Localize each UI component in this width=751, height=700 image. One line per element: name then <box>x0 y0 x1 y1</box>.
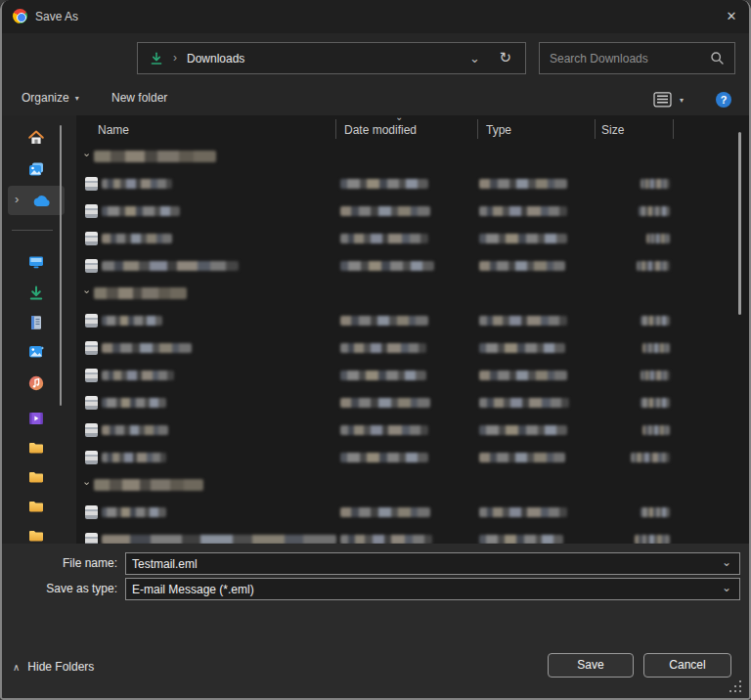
resize-grip[interactable] <box>729 680 743 694</box>
group-header-row[interactable]: ⌄ <box>76 280 751 307</box>
size-redacted <box>641 179 670 189</box>
view-mode-icon[interactable] <box>653 92 673 108</box>
file-row[interactable] <box>76 307 751 334</box>
sidebar-item-desktop[interactable] <box>8 247 65 277</box>
sidebar-item-downloads[interactable] <box>8 279 65 308</box>
cancel-button[interactable]: Cancel <box>643 653 731 678</box>
size-redacted <box>642 425 670 435</box>
column-name[interactable]: Name <box>98 123 129 137</box>
address-dropdown-icon[interactable]: ⌄ <box>469 51 480 66</box>
date-modified-redacted <box>340 179 428 189</box>
date-modified-redacted <box>340 234 428 243</box>
desktop-icon <box>27 253 45 271</box>
navigation-bar: ← → ⌄ ↑ › Downloads ⌄ ↻ Search Downloads <box>0 33 751 84</box>
type-redacted <box>479 507 567 517</box>
file-icon <box>85 505 98 519</box>
sidebar-item-music[interactable] <box>8 369 65 398</box>
column-size[interactable]: Size <box>601 123 624 137</box>
sidebar-scrollbar[interactable] <box>60 125 62 406</box>
sidebar-item-folder[interactable] <box>8 462 65 492</box>
expand-chevron-icon[interactable]: › <box>15 192 19 206</box>
file-row[interactable] <box>76 416 751 444</box>
folder-icon <box>27 468 45 486</box>
window-title: Save As <box>35 10 78 23</box>
search-box[interactable]: Search Downloads <box>539 42 735 74</box>
save-as-type-select[interactable]: E-mail Message (*.eml) ⌄ <box>125 578 740 600</box>
chrome-icon <box>13 9 27 23</box>
file-row[interactable] <box>76 499 751 526</box>
command-bar: Organize▾ New folder ▾ ? <box>0 84 751 115</box>
sidebar-item-onedrive[interactable]: › <box>8 186 65 215</box>
sidebar-item-home[interactable] <box>8 123 65 153</box>
size-redacted <box>641 507 670 517</box>
onedrive-icon <box>31 194 51 207</box>
sidebar-item-gallery[interactable] <box>8 154 65 184</box>
address-bar[interactable]: › Downloads ⌄ ↻ <box>137 42 526 74</box>
size-redacted <box>642 343 670 353</box>
breadcrumb-chevron-icon: › <box>173 51 177 65</box>
main-area: › <box>0 115 751 544</box>
file-row[interactable] <box>76 389 751 416</box>
file-row[interactable] <box>76 334 751 362</box>
column-separator[interactable] <box>335 119 336 139</box>
save-button[interactable]: Save <box>548 653 634 678</box>
group-header-row[interactable]: ⌄ <box>76 471 751 499</box>
file-name-input[interactable]: Testmail.eml ⌄ <box>125 552 740 575</box>
date-modified-redacted <box>340 261 434 271</box>
close-icon[interactable]: ✕ <box>719 7 744 26</box>
column-date-modified[interactable]: Date modified <box>344 123 417 137</box>
type-redacted <box>479 316 567 326</box>
breadcrumb-location[interactable]: Downloads <box>187 52 244 66</box>
group-collapse-icon[interactable]: ⌄ <box>82 284 91 296</box>
list-scrollbar[interactable] <box>738 132 741 315</box>
group-label-redacted <box>94 479 203 491</box>
chevron-down-icon[interactable]: ⌄ <box>722 581 731 594</box>
file-row[interactable] <box>76 252 751 280</box>
sidebar-item-folder[interactable] <box>8 433 65 462</box>
save-as-dialog: Save As ✕ ← → ⌄ ↑ › Downloads ⌄ ↻ Search… <box>0 0 751 700</box>
music-icon <box>27 374 45 392</box>
folder-icon <box>27 439 45 457</box>
file-row[interactable] <box>76 444 751 471</box>
column-separator[interactable] <box>673 119 674 139</box>
organize-button[interactable]: Organize▾ <box>22 91 79 105</box>
pictures-icon <box>27 343 45 361</box>
date-modified-redacted <box>340 425 428 435</box>
file-icon <box>85 423 98 437</box>
group-collapse-icon[interactable]: ⌄ <box>82 475 91 488</box>
title-bar: Save As ✕ <box>0 0 751 33</box>
column-separator[interactable] <box>477 119 478 139</box>
type-redacted <box>479 425 567 435</box>
size-redacted <box>641 398 670 408</box>
refresh-icon[interactable]: ↻ <box>499 49 511 66</box>
type-redacted <box>479 453 565 462</box>
type-redacted <box>479 179 567 189</box>
file-rows: ⌄⌄⌄ <box>76 143 751 544</box>
column-separator[interactable] <box>595 119 596 139</box>
gallery-icon <box>27 160 45 178</box>
file-icon <box>85 396 98 410</box>
organize-caret-icon: ▾ <box>75 94 79 103</box>
file-row[interactable] <box>76 225 751 252</box>
group-collapse-icon[interactable]: ⌄ <box>82 147 91 159</box>
size-redacted <box>631 453 670 462</box>
file-row[interactable] <box>76 526 751 544</box>
file-row[interactable] <box>76 362 751 389</box>
size-redacted <box>646 234 670 243</box>
new-folder-button[interactable]: New folder <box>111 91 167 105</box>
sidebar-item-folder[interactable] <box>8 521 65 544</box>
sidebar-item-documents[interactable] <box>8 308 65 337</box>
chevron-down-icon[interactable]: ⌄ <box>722 555 731 569</box>
hide-folders-button[interactable]: ∧Hide Folders <box>13 660 94 674</box>
group-header-row[interactable]: ⌄ <box>76 143 751 170</box>
file-name-redacted <box>102 453 166 462</box>
sidebar-item-pictures[interactable] <box>8 337 65 367</box>
file-list: Name ⌄ Date modified Type Size ⌄⌄⌄ <box>76 115 751 544</box>
file-row[interactable] <box>76 197 751 225</box>
help-icon[interactable]: ? <box>716 92 731 108</box>
sidebar-item-folder[interactable] <box>8 492 65 521</box>
view-mode-caret-icon[interactable]: ▾ <box>680 96 684 105</box>
sidebar-item-videos[interactable] <box>8 404 65 433</box>
file-row[interactable] <box>76 170 751 197</box>
column-type[interactable]: Type <box>486 123 511 137</box>
